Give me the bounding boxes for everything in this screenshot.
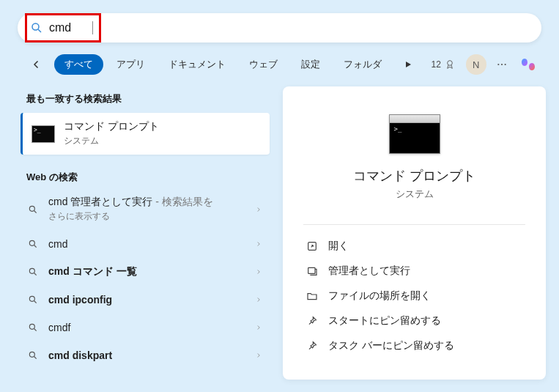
action-label: 開く bbox=[328, 240, 349, 253]
search-icon bbox=[28, 204, 38, 215]
web-search-header: Web の検索 bbox=[26, 171, 270, 184]
web-result-text: cmdf bbox=[48, 322, 70, 333]
tab-all[interactable]: すべて bbox=[54, 54, 103, 75]
web-result-2[interactable]: cmd コマンド 一覧 bbox=[21, 258, 270, 286]
web-result-text: cmd コマンド 一覧 bbox=[48, 265, 137, 277]
web-result-text: cmd diskpart bbox=[48, 350, 112, 361]
svg-rect-19 bbox=[308, 267, 315, 273]
chevron-right-icon bbox=[255, 321, 262, 334]
action-label: ファイルの場所を開く bbox=[328, 289, 431, 303]
chevron-right-icon bbox=[255, 265, 262, 278]
command-prompt-icon bbox=[32, 125, 55, 143]
action-open-location[interactable]: ファイルの場所を開く bbox=[303, 284, 525, 308]
search-icon bbox=[28, 239, 38, 249]
avatar[interactable]: N bbox=[466, 54, 486, 75]
tab-folders[interactable]: フォルダ bbox=[333, 54, 392, 75]
svg-line-15 bbox=[34, 329, 37, 331]
more-button[interactable] bbox=[494, 59, 511, 70]
best-match-result[interactable]: コマンド プロンプト システム bbox=[21, 113, 270, 155]
web-result-text: cmd 管理者として実行 bbox=[48, 196, 152, 207]
search-icon bbox=[28, 295, 38, 305]
preview-subtitle: システム bbox=[303, 188, 525, 201]
svg-line-9 bbox=[34, 245, 37, 248]
preview-panel: コマンド プロンプト システム 開く 管理者として実行 ファイルの場所を開く ス… bbox=[283, 86, 546, 380]
folder-icon bbox=[306, 290, 318, 302]
back-button[interactable] bbox=[26, 54, 47, 75]
filter-tabs: すべて アプリ ドキュメント ウェブ 設定 フォルダ 12 N bbox=[0, 51, 559, 82]
web-result-1[interactable]: cmd bbox=[21, 230, 270, 258]
svg-point-14 bbox=[29, 324, 34, 329]
svg-line-13 bbox=[34, 301, 37, 303]
more-tabs-button[interactable] bbox=[399, 60, 417, 69]
rewards-indicator[interactable]: 12 bbox=[431, 59, 455, 70]
search-bar[interactable] bbox=[18, 13, 541, 42]
tab-apps[interactable]: アプリ bbox=[106, 54, 155, 75]
chevron-right-icon bbox=[255, 349, 262, 362]
search-icon bbox=[28, 350, 38, 360]
chevron-right-icon bbox=[255, 237, 262, 251]
shield-icon bbox=[306, 265, 318, 277]
best-match-subtitle: システム bbox=[64, 135, 159, 147]
web-result-text: cmd ipconfig bbox=[48, 294, 112, 306]
web-result-3[interactable]: cmd ipconfig bbox=[21, 286, 270, 314]
rewards-points: 12 bbox=[431, 59, 440, 70]
action-pin-taskbar[interactable]: タスク バーにピン留めする bbox=[303, 333, 525, 358]
tab-settings[interactable]: 設定 bbox=[291, 54, 330, 75]
svg-point-0 bbox=[32, 23, 39, 30]
svg-point-4 bbox=[501, 64, 503, 65]
web-result-5[interactable]: cmd diskpart bbox=[21, 341, 270, 369]
svg-line-11 bbox=[34, 273, 37, 275]
svg-line-7 bbox=[34, 210, 37, 212]
action-label: スタートにピン留めする bbox=[328, 314, 441, 328]
best-match-title: コマンド プロンプト bbox=[64, 120, 159, 133]
action-label: 管理者として実行 bbox=[328, 265, 410, 278]
chevron-right-icon bbox=[255, 203, 262, 216]
svg-point-10 bbox=[29, 268, 34, 273]
tab-documents[interactable]: ドキュメント bbox=[158, 54, 236, 75]
pin-icon bbox=[306, 315, 318, 327]
web-result-4[interactable]: cmdf bbox=[21, 314, 270, 341]
web-result-0[interactable]: cmd 管理者として実行 - 検索結果をさらに表示する bbox=[21, 188, 270, 230]
search-highlight bbox=[25, 13, 101, 42]
web-result-text: cmd bbox=[48, 238, 67, 250]
search-icon bbox=[28, 267, 38, 277]
svg-line-17 bbox=[34, 357, 37, 359]
medal-icon bbox=[444, 59, 456, 70]
pin-icon bbox=[306, 340, 318, 352]
action-run-admin[interactable]: 管理者として実行 bbox=[303, 259, 525, 284]
svg-point-2 bbox=[447, 61, 452, 66]
open-icon bbox=[306, 240, 318, 252]
search-input[interactable] bbox=[49, 21, 93, 34]
svg-point-5 bbox=[505, 64, 506, 65]
tab-web[interactable]: ウェブ bbox=[239, 54, 288, 75]
copilot-icon[interactable] bbox=[518, 54, 538, 75]
search-icon bbox=[28, 322, 38, 333]
web-result-sub: さらに表示する bbox=[48, 210, 246, 223]
svg-point-6 bbox=[29, 206, 34, 211]
action-label: タスク バーにピン留めする bbox=[328, 339, 454, 352]
best-match-header: 最も一致する検索結果 bbox=[26, 92, 270, 106]
svg-line-1 bbox=[38, 29, 41, 32]
svg-point-12 bbox=[29, 296, 34, 301]
web-result-secondary: - 検索結果を bbox=[152, 196, 212, 207]
preview-title: コマンド プロンプト bbox=[303, 167, 525, 185]
divider bbox=[303, 224, 525, 225]
action-open[interactable]: 開く bbox=[303, 234, 525, 259]
svg-point-3 bbox=[498, 64, 500, 65]
search-icon bbox=[30, 21, 43, 34]
svg-point-8 bbox=[29, 240, 34, 245]
command-prompt-icon bbox=[389, 114, 440, 154]
chevron-right-icon bbox=[255, 293, 262, 306]
action-pin-start[interactable]: スタートにピン留めする bbox=[303, 308, 525, 333]
svg-point-16 bbox=[29, 352, 34, 357]
